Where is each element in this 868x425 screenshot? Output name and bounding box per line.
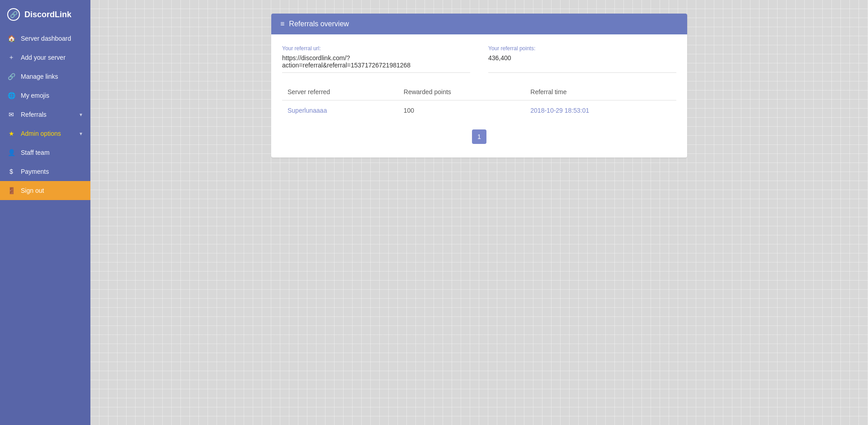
main-content: ≡ Referrals overview Your referral url: … — [90, 0, 868, 425]
sidebar-item-add-server[interactable]: ＋ Add your server — [0, 48, 90, 67]
sidebar-label-referrals: Referrals — [21, 111, 47, 118]
logo-text: DiscordLink — [24, 10, 71, 19]
sidebar-item-manage-links[interactable]: 🔗 Manage links — [0, 67, 90, 86]
table-header-row: Server referred Rewarded points Referral… — [282, 84, 676, 100]
star-icon: ★ — [7, 129, 15, 138]
card-body: Your referral url: https://discordlink.c… — [271, 34, 687, 158]
sidebar-label-staff-team: Staff team — [21, 149, 50, 156]
sidebar-label-admin-options: Admin options — [21, 130, 61, 137]
sidebar: 🔗 DiscordLink 🏠 Server dashboard ＋ Add y… — [0, 0, 90, 425]
referral-points-label: Your referral points: — [488, 45, 676, 52]
sidebar-item-payments[interactable]: $ Payments — [0, 162, 90, 181]
sidebar-item-admin-options[interactable]: ★ Admin options ▼ — [0, 124, 90, 143]
add-icon: ＋ — [7, 53, 15, 62]
referral-points-value: 436,400 — [488, 54, 676, 62]
sidebar-label-payments: Payments — [21, 168, 49, 175]
referral-url-field: Your referral url: https://discordlink.c… — [282, 45, 470, 73]
admin-chevron: ▼ — [79, 131, 83, 136]
card-header: ≡ Referrals overview — [271, 14, 687, 34]
cell-server[interactable]: Superlunaaaa — [282, 100, 398, 121]
logo-icon: 🔗 — [7, 8, 20, 21]
emoji-icon: 🌐 — [7, 91, 15, 100]
table-body: Superlunaaaa1002018-10-29 18:53:01 — [282, 100, 676, 121]
sidebar-label-server-dashboard: Server dashboard — [21, 35, 71, 42]
sidebar-item-staff-team[interactable]: 👤 Staff team — [0, 143, 90, 162]
pagination: 1 — [282, 129, 676, 144]
link-icon: 🔗 — [7, 72, 15, 81]
referrals-table: Server referred Rewarded points Referral… — [282, 84, 676, 120]
mail-icon: ✉ — [7, 110, 15, 119]
list-icon: ≡ — [280, 20, 284, 28]
referral-info-row: Your referral url: https://discordlink.c… — [282, 45, 676, 73]
sidebar-item-sign-out[interactable]: 🚪 Sign out — [0, 181, 90, 200]
signout-icon: 🚪 — [7, 186, 15, 195]
sidebar-label-sign-out: Sign out — [21, 187, 44, 194]
sidebar-label-my-emojis: My emojis — [21, 92, 49, 99]
sidebar-label-manage-links: Manage links — [21, 73, 58, 80]
referral-url-label: Your referral url: — [282, 45, 470, 52]
home-icon: 🏠 — [7, 34, 15, 43]
page-1-button[interactable]: 1 — [472, 129, 486, 144]
person-icon: 👤 — [7, 148, 15, 157]
referral-url-value[interactable]: https://discordlink.com/?action=referral… — [282, 54, 470, 69]
col-referral-time: Referral time — [525, 84, 676, 100]
referrals-card: ≡ Referrals overview Your referral url: … — [271, 14, 687, 158]
col-rewarded-points: Rewarded points — [398, 84, 525, 100]
sidebar-item-referrals[interactable]: ✉ Referrals ▼ — [0, 105, 90, 124]
logo-area[interactable]: 🔗 DiscordLink — [0, 0, 90, 29]
cell-time: 2018-10-29 18:53:01 — [525, 100, 676, 121]
table-row: Superlunaaaa1002018-10-29 18:53:01 — [282, 100, 676, 121]
card-title: Referrals overview — [289, 20, 349, 28]
referral-points-field: Your referral points: 436,400 — [488, 45, 676, 73]
sidebar-label-add-server: Add your server — [21, 54, 66, 61]
table-head: Server referred Rewarded points Referral… — [282, 84, 676, 100]
server-link[interactable]: Superlunaaaa — [288, 107, 327, 114]
sidebar-item-server-dashboard[interactable]: 🏠 Server dashboard — [0, 29, 90, 48]
dollar-icon: $ — [7, 167, 15, 176]
sidebar-item-my-emojis[interactable]: 🌐 My emojis — [0, 86, 90, 105]
col-server-referred: Server referred — [282, 84, 398, 100]
cell-points: 100 — [398, 100, 525, 121]
referrals-chevron: ▼ — [79, 112, 83, 117]
